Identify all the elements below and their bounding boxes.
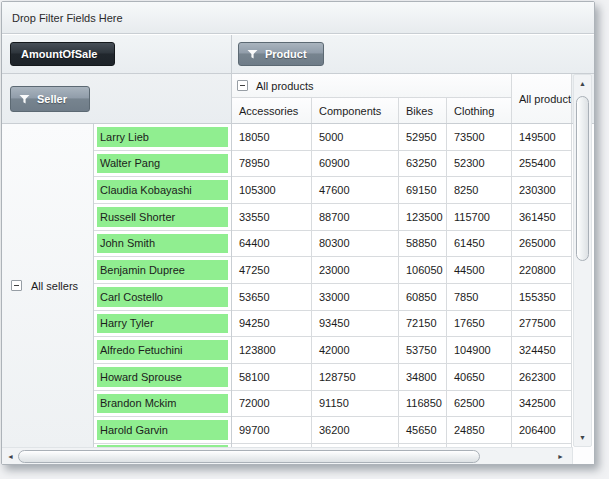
data-cell[interactable]: 94250 xyxy=(232,311,312,338)
data-cell[interactable]: 24850 xyxy=(447,417,512,444)
data-cell[interactable]: 33550 xyxy=(232,204,312,231)
data-cell[interactable]: 60900 xyxy=(312,151,399,178)
row-header-cell[interactable]: John Smith xyxy=(97,234,228,254)
scroll-down-button[interactable]: ▼ xyxy=(575,430,590,445)
data-cell[interactable]: 123800 xyxy=(232,337,312,364)
data-cell[interactable]: 128750 xyxy=(312,364,399,391)
data-cell[interactable]: 88700 xyxy=(312,204,399,231)
data-cell[interactable]: 155350 xyxy=(512,284,572,311)
vertical-scrollbar[interactable]: ▲ ▼ xyxy=(573,74,592,447)
row-headers-column: Larry LiebWalter PangClaudia KobayashiRu… xyxy=(94,124,232,447)
data-cell[interactable]: 45650 xyxy=(399,417,447,444)
row-header-cell[interactable]: Larry Lieb xyxy=(97,127,228,147)
data-cell[interactable]: 40650 xyxy=(447,364,512,391)
horizontal-scrollbar-thumb[interactable] xyxy=(18,450,480,463)
data-cell[interactable]: 7850 xyxy=(447,284,512,311)
column-grand-total-header[interactable]: All products xyxy=(512,74,572,123)
filter-icon[interactable] xyxy=(19,94,30,105)
data-cell[interactable]: 42000 xyxy=(312,337,399,364)
data-cell[interactable]: 73500 xyxy=(447,124,512,151)
collapse-icon[interactable] xyxy=(11,280,22,291)
measure-field-area[interactable]: AmountOfSale xyxy=(2,35,232,73)
data-cell[interactable]: 61450 xyxy=(447,231,512,258)
column-group-header[interactable]: All products xyxy=(232,74,512,98)
data-cell[interactable]: 47600 xyxy=(312,177,399,204)
data-cell[interactable]: 17650 xyxy=(447,311,512,338)
data-cell[interactable]: 230300 xyxy=(512,177,572,204)
data-cell[interactable]: 58850 xyxy=(399,231,447,258)
column-header-components[interactable]: Components xyxy=(312,98,399,123)
row-header-cell[interactable]: Carl Costello xyxy=(97,287,228,307)
vertical-scrollbar-thumb[interactable] xyxy=(576,96,589,261)
data-cell[interactable]: 262300 xyxy=(512,364,572,391)
data-cell[interactable]: 361450 xyxy=(512,204,572,231)
row-header-cell[interactable]: Russell Shorter xyxy=(97,207,228,227)
column-header-accessories[interactable]: Accessories xyxy=(232,98,312,123)
row-header-cell[interactable]: Claudia Kobayashi xyxy=(97,180,228,200)
data-cell[interactable]: 78950 xyxy=(232,151,312,178)
data-cell[interactable]: 53750 xyxy=(399,337,447,364)
data-cell[interactable]: 93450 xyxy=(312,311,399,338)
data-cell[interactable]: 116850 xyxy=(399,391,447,418)
data-cell[interactable]: 44500 xyxy=(447,257,512,284)
row-header-cell[interactable]: Harold Garvin xyxy=(97,420,228,440)
field-button-seller[interactable]: Seller xyxy=(10,86,90,112)
data-cell[interactable]: 23000 xyxy=(312,257,399,284)
data-cell[interactable]: 8250 xyxy=(447,177,512,204)
row-header-row: Harold Garvin xyxy=(94,417,231,444)
row-header-cell[interactable]: Harry Tyler xyxy=(97,314,228,334)
data-cell[interactable]: 63250 xyxy=(399,151,447,178)
data-cell[interactable]: 36200 xyxy=(312,417,399,444)
data-cell[interactable]: 33000 xyxy=(312,284,399,311)
data-cell[interactable]: 72150 xyxy=(399,311,447,338)
scroll-up-button[interactable]: ▲ xyxy=(575,76,590,91)
column-header-bikes[interactable]: Bikes xyxy=(399,98,447,123)
data-cell[interactable]: 123500 xyxy=(399,204,447,231)
row-field-area[interactable]: Seller xyxy=(2,74,232,123)
data-cell[interactable]: 34800 xyxy=(399,364,447,391)
data-cell[interactable]: 18050 xyxy=(232,124,312,151)
filter-fields-drop-area[interactable]: Drop Filter Fields Here xyxy=(2,2,594,34)
column-field-area[interactable]: Product xyxy=(232,35,594,73)
data-cell[interactable]: 60850 xyxy=(399,284,447,311)
data-cell[interactable]: 64400 xyxy=(232,231,312,258)
collapse-icon[interactable] xyxy=(237,80,248,91)
horizontal-scrollbar[interactable]: ◄ ► xyxy=(2,447,572,464)
data-cell[interactable]: 58100 xyxy=(232,364,312,391)
data-cell[interactable]: 52300 xyxy=(447,151,512,178)
scroll-right-button[interactable]: ► xyxy=(553,449,568,464)
row-header-cell[interactable]: Benjamin Dupree xyxy=(97,260,228,280)
data-cell[interactable]: 104900 xyxy=(447,337,512,364)
data-cell[interactable]: 80300 xyxy=(312,231,399,258)
data-cell[interactable]: 91150 xyxy=(312,391,399,418)
data-cell[interactable]: 72000 xyxy=(232,391,312,418)
filter-icon[interactable] xyxy=(247,49,258,60)
data-cell[interactable]: 277500 xyxy=(512,311,572,338)
data-cell[interactable]: 255400 xyxy=(512,151,572,178)
data-cell[interactable]: 62500 xyxy=(447,391,512,418)
row-header-cell[interactable]: Walter Pang xyxy=(97,154,228,174)
row-header-cell[interactable]: Howard Sprouse xyxy=(97,367,228,387)
data-cell[interactable]: 220800 xyxy=(512,257,572,284)
data-cell[interactable]: 324450 xyxy=(512,337,572,364)
data-cell[interactable]: 69150 xyxy=(399,177,447,204)
field-button-product[interactable]: Product xyxy=(238,42,324,66)
data-cell[interactable]: 149500 xyxy=(512,124,572,151)
data-cell[interactable]: 106050 xyxy=(399,257,447,284)
data-cell[interactable]: 265000 xyxy=(512,231,572,258)
row-header-cell[interactable]: Alfredo Fetuchini xyxy=(97,340,228,360)
row-group-header[interactable]: All sellers xyxy=(2,124,94,447)
data-cell[interactable]: 99700 xyxy=(232,417,312,444)
data-cell[interactable]: 105300 xyxy=(232,177,312,204)
field-button-amountofsale[interactable]: AmountOfSale xyxy=(10,42,115,66)
data-cell[interactable]: 115700 xyxy=(447,204,512,231)
data-cell[interactable]: 52950 xyxy=(399,124,447,151)
row-header-cell[interactable]: Brandon Mckim xyxy=(97,394,228,414)
data-cell[interactable]: 206400 xyxy=(512,417,572,444)
column-header-clothing[interactable]: Clothing xyxy=(447,98,512,123)
data-cell[interactable]: 53650 xyxy=(232,284,312,311)
scroll-left-button[interactable]: ◄ xyxy=(3,449,18,464)
data-cell[interactable]: 47250 xyxy=(232,257,312,284)
data-cell[interactable]: 5000 xyxy=(312,124,399,151)
data-cell[interactable]: 342500 xyxy=(512,391,572,418)
